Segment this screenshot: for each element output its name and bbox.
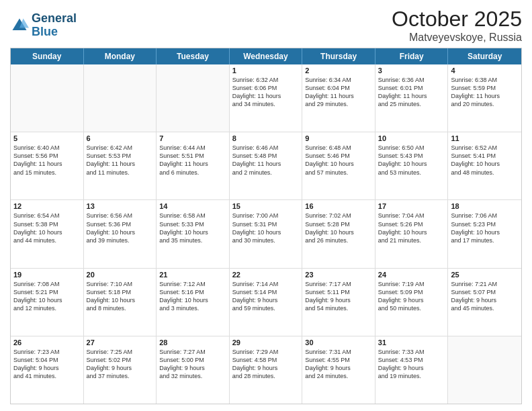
cell-info: Sunrise: 7:19 AMSunset: 5:09 PMDaylight:…	[378, 280, 445, 313]
cal-cell-r4-c6	[448, 336, 521, 404]
day-number: 11	[451, 134, 519, 142]
cal-cell-r3-c1: 20Sunrise: 7:10 AMSunset: 5:18 PMDayligh…	[84, 269, 157, 336]
cell-info: Sunrise: 7:25 AMSunset: 5:02 PMDaylight:…	[87, 348, 154, 381]
day-number: 8	[232, 134, 300, 142]
logo: General Blue	[10, 12, 77, 39]
cell-info: Sunrise: 6:32 AMSunset: 6:06 PMDaylight:…	[232, 76, 300, 109]
logo-icon	[10, 16, 29, 35]
cal-cell-r2-c5: 17Sunrise: 7:04 AMSunset: 5:26 PMDayligh…	[375, 200, 449, 267]
cal-cell-r4-c3: 29Sunrise: 7:29 AMSunset: 4:58 PMDayligh…	[230, 336, 303, 404]
cal-cell-r1-c4: 9Sunrise: 6:48 AMSunset: 5:46 PMDaylight…	[302, 132, 375, 199]
cell-info: Sunrise: 6:34 AMSunset: 6:04 PMDaylight:…	[305, 76, 372, 109]
cal-cell-r2-c1: 13Sunrise: 6:56 AMSunset: 5:36 PMDayligh…	[84, 200, 157, 267]
day-number: 25	[451, 271, 519, 279]
header-tuesday: Tuesday	[157, 48, 230, 64]
day-number: 17	[378, 202, 445, 210]
cal-cell-r3-c2: 21Sunrise: 7:12 AMSunset: 5:16 PMDayligh…	[157, 269, 230, 336]
calendar-body: 1Sunrise: 6:32 AMSunset: 6:06 PMDaylight…	[11, 64, 521, 404]
cal-cell-r2-c4: 16Sunrise: 7:02 AMSunset: 5:28 PMDayligh…	[302, 200, 375, 267]
cell-info: Sunrise: 6:54 AMSunset: 5:38 PMDaylight:…	[13, 212, 81, 244]
cal-cell-r2-c6: 18Sunrise: 7:06 AMSunset: 5:23 PMDayligh…	[448, 200, 521, 267]
day-number: 5	[13, 134, 81, 142]
calendar-row-5: 26Sunrise: 7:23 AMSunset: 5:04 PMDayligh…	[11, 336, 521, 404]
day-number: 31	[378, 338, 445, 347]
header-sunday: Sunday	[11, 48, 84, 64]
calendar-subtitle: Matveyevskoye, Russia	[392, 32, 522, 44]
cell-info: Sunrise: 6:42 AMSunset: 5:53 PMDaylight:…	[87, 144, 154, 177]
cal-cell-r0-c3: 1Sunrise: 6:32 AMSunset: 6:06 PMDaylight…	[230, 64, 303, 132]
day-number: 18	[451, 202, 519, 210]
day-number: 26	[13, 338, 81, 347]
cal-cell-r1-c5: 10Sunrise: 6:50 AMSunset: 5:43 PMDayligh…	[375, 132, 449, 199]
calendar-header: Sunday Monday Tuesday Wednesday Thursday…	[11, 48, 521, 64]
cell-info: Sunrise: 7:27 AMSunset: 5:00 PMDaylight:…	[159, 348, 226, 381]
day-number: 14	[159, 202, 226, 210]
day-number: 23	[305, 271, 372, 279]
cell-info: Sunrise: 7:14 AMSunset: 5:14 PMDaylight:…	[232, 280, 300, 313]
day-number: 9	[305, 134, 372, 142]
header-friday: Friday	[375, 48, 449, 64]
cell-info: Sunrise: 6:56 AMSunset: 5:36 PMDaylight:…	[87, 212, 154, 244]
cal-cell-r4-c0: 26Sunrise: 7:23 AMSunset: 5:04 PMDayligh…	[11, 336, 84, 404]
day-number: 15	[232, 202, 300, 210]
day-number: 12	[13, 202, 81, 210]
cal-cell-r4-c2: 28Sunrise: 7:27 AMSunset: 5:00 PMDayligh…	[157, 336, 230, 404]
cal-cell-r3-c3: 22Sunrise: 7:14 AMSunset: 5:14 PMDayligh…	[230, 269, 303, 336]
cal-cell-r2-c3: 15Sunrise: 7:00 AMSunset: 5:31 PMDayligh…	[230, 200, 303, 267]
logo-text: General Blue	[32, 12, 77, 39]
cal-cell-r1-c6: 11Sunrise: 6:52 AMSunset: 5:41 PMDayligh…	[448, 132, 521, 199]
header-saturday: Saturday	[448, 48, 521, 64]
day-number: 13	[87, 202, 154, 210]
cell-info: Sunrise: 6:52 AMSunset: 5:41 PMDaylight:…	[451, 144, 519, 177]
cell-info: Sunrise: 7:10 AMSunset: 5:18 PMDaylight:…	[87, 280, 154, 313]
calendar-title: October 2025	[392, 7, 522, 32]
cal-cell-r0-c0	[11, 64, 84, 132]
day-number: 20	[87, 271, 154, 279]
cal-cell-r3-c5: 24Sunrise: 7:19 AMSunset: 5:09 PMDayligh…	[375, 269, 449, 336]
cell-info: Sunrise: 7:04 AMSunset: 5:26 PMDaylight:…	[378, 212, 445, 244]
logo-line2: Blue	[32, 25, 58, 38]
calendar-row-2: 5Sunrise: 6:40 AMSunset: 5:56 PMDaylight…	[11, 132, 521, 200]
cal-cell-r0-c4: 2Sunrise: 6:34 AMSunset: 6:04 PMDaylight…	[302, 64, 375, 132]
header-thursday: Thursday	[302, 48, 375, 64]
cal-cell-r3-c4: 23Sunrise: 7:17 AMSunset: 5:11 PMDayligh…	[302, 269, 375, 336]
cal-cell-r1-c0: 5Sunrise: 6:40 AMSunset: 5:56 PMDaylight…	[11, 132, 84, 199]
day-number: 2	[305, 66, 372, 75]
cell-info: Sunrise: 7:21 AMSunset: 5:07 PMDaylight:…	[451, 280, 519, 313]
header-monday: Monday	[84, 48, 157, 64]
day-number: 3	[378, 66, 445, 75]
header: General Blue October 2025 Matveyevskoye,…	[10, 7, 522, 44]
cal-cell-r4-c4: 30Sunrise: 7:31 AMSunset: 4:55 PMDayligh…	[302, 336, 375, 404]
title-block: October 2025 Matveyevskoye, Russia	[392, 7, 522, 44]
calendar-row-3: 12Sunrise: 6:54 AMSunset: 5:38 PMDayligh…	[11, 200, 521, 268]
day-number: 4	[451, 66, 519, 75]
cal-cell-r0-c2	[157, 64, 230, 132]
day-number: 27	[87, 338, 154, 347]
cell-info: Sunrise: 6:36 AMSunset: 6:01 PMDaylight:…	[378, 76, 445, 109]
cell-info: Sunrise: 7:06 AMSunset: 5:23 PMDaylight:…	[451, 212, 519, 244]
header-wednesday: Wednesday	[230, 48, 303, 64]
day-number: 21	[159, 271, 226, 279]
calendar-row-1: 1Sunrise: 6:32 AMSunset: 6:06 PMDaylight…	[11, 64, 521, 132]
cell-info: Sunrise: 6:44 AMSunset: 5:51 PMDaylight:…	[159, 144, 226, 177]
cell-info: Sunrise: 7:31 AMSunset: 4:55 PMDaylight:…	[305, 348, 372, 381]
cal-cell-r1-c2: 7Sunrise: 6:44 AMSunset: 5:51 PMDaylight…	[157, 132, 230, 199]
cal-cell-r1-c1: 6Sunrise: 6:42 AMSunset: 5:53 PMDaylight…	[84, 132, 157, 199]
cell-info: Sunrise: 6:46 AMSunset: 5:48 PMDaylight:…	[232, 144, 300, 177]
day-number: 1	[232, 66, 300, 75]
cell-info: Sunrise: 6:48 AMSunset: 5:46 PMDaylight:…	[305, 144, 372, 177]
calendar: Sunday Monday Tuesday Wednesday Thursday…	[10, 48, 522, 404]
cal-cell-r0-c5: 3Sunrise: 6:36 AMSunset: 6:01 PMDaylight…	[375, 64, 449, 132]
day-number: 22	[232, 271, 300, 279]
cal-cell-r2-c2: 14Sunrise: 6:58 AMSunset: 5:33 PMDayligh…	[157, 200, 230, 267]
day-number: 30	[305, 338, 372, 347]
cell-info: Sunrise: 7:00 AMSunset: 5:31 PMDaylight:…	[232, 212, 300, 244]
day-number: 10	[378, 134, 445, 142]
cell-info: Sunrise: 7:12 AMSunset: 5:16 PMDaylight:…	[159, 280, 226, 313]
day-number: 24	[378, 271, 445, 279]
cell-info: Sunrise: 6:38 AMSunset: 5:59 PMDaylight:…	[451, 76, 519, 109]
cell-info: Sunrise: 7:17 AMSunset: 5:11 PMDaylight:…	[305, 280, 372, 313]
logo-line1: General	[32, 11, 77, 25]
cell-info: Sunrise: 7:33 AMSunset: 4:53 PMDaylight:…	[378, 348, 445, 381]
cal-cell-r4-c1: 27Sunrise: 7:25 AMSunset: 5:02 PMDayligh…	[84, 336, 157, 404]
